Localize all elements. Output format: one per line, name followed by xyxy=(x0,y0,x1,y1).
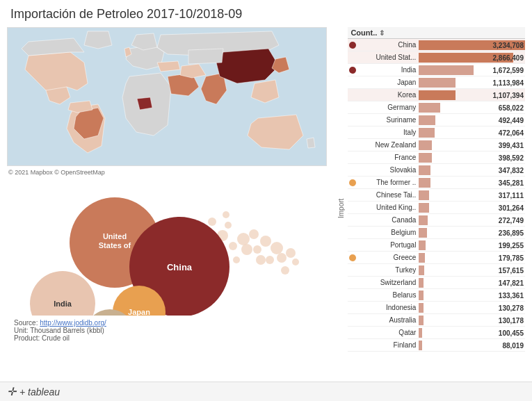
bar-track: 236,895 xyxy=(419,228,525,238)
svg-point-15 xyxy=(266,256,274,264)
bar-track: 317,111 xyxy=(419,190,525,200)
tableau-icon: ✛ xyxy=(7,385,16,398)
dot-placeholder xyxy=(349,129,356,136)
country-label: Korea xyxy=(357,91,419,99)
table-row: Suriname 492,449 xyxy=(348,114,525,126)
country-label: Finland xyxy=(357,341,419,349)
bar-value: 1,113,984 xyxy=(493,79,524,86)
bubble-usa-label2: States of xyxy=(99,241,131,249)
source-url[interactable]: http://www.jodidb.org/ xyxy=(40,319,106,327)
bar-track: 179,785 xyxy=(419,253,525,263)
dot-placeholder xyxy=(349,117,356,124)
bubble-svg: United States of China India Japan Korea xyxy=(7,180,327,316)
table-row: Indonesia 130,278 xyxy=(348,302,525,314)
country-label: New Zealand xyxy=(357,141,419,149)
header-country-label: Count.. xyxy=(350,28,377,37)
dot-placeholder xyxy=(349,92,356,99)
table-row: Portugal 199,255 xyxy=(348,239,525,252)
bar-track: 1,672,599 xyxy=(419,65,525,75)
table-row: Belarus 133,361 xyxy=(348,289,525,302)
country-label: China xyxy=(357,41,419,49)
bar-chart-wrapper: Count.. ⇕ China 3,234,708 United Stat...… xyxy=(348,27,525,389)
svg-point-10 xyxy=(253,245,261,254)
country-label: Greece xyxy=(357,254,419,261)
bar-track: 88,019 xyxy=(419,341,525,350)
bar-fill xyxy=(419,78,456,88)
bar-rows: China 3,234,708 United Stat... 2,866,409… xyxy=(348,39,525,389)
bar-fill xyxy=(419,128,434,138)
nz-shape xyxy=(307,138,315,148)
bar-fill xyxy=(419,328,422,338)
dot-placeholder xyxy=(349,292,356,299)
dot-placeholder xyxy=(349,154,356,161)
bar-track: 133,361 xyxy=(419,290,525,300)
country-label: Switzerland xyxy=(357,279,419,286)
bar-track: 345,281 xyxy=(419,178,525,188)
svg-point-14 xyxy=(271,242,283,254)
table-row: Germany 658,022 xyxy=(348,101,525,114)
svg-point-7 xyxy=(249,229,259,239)
sort-icon[interactable]: ⇕ xyxy=(379,29,385,37)
dot-placeholder xyxy=(349,192,356,199)
dot-placeholder xyxy=(349,104,356,111)
table-row: Italy 472,064 xyxy=(348,126,525,139)
svg-point-5 xyxy=(237,233,250,245)
bubble-india-label: India xyxy=(54,300,72,308)
table-row: Finland 88,019 xyxy=(348,339,525,352)
main-container: Importación de Petroleo 2017-10/2018-09 xyxy=(0,0,532,401)
dot-placeholder xyxy=(349,217,356,224)
bar-value: 130,178 xyxy=(499,316,524,324)
bar-value: 272,749 xyxy=(499,216,524,224)
dot-placeholder xyxy=(349,229,356,236)
source-product: Product: Crude oil xyxy=(14,334,70,342)
bar-value: 147,821 xyxy=(499,279,524,286)
bar-value: 199,255 xyxy=(499,241,524,249)
table-row: Chinese Tai.. 317,111 xyxy=(348,189,525,202)
table-row: Turkey 157,615 xyxy=(348,264,525,277)
country-label: Australia xyxy=(357,316,419,324)
country-label: The former .. xyxy=(357,179,419,186)
bar-fill xyxy=(419,140,432,150)
table-row: China 3,234,708 xyxy=(348,39,525,51)
bar-track: 301,264 xyxy=(419,203,525,213)
country-label: Slovakia xyxy=(357,166,419,174)
dot-indicator xyxy=(349,179,356,186)
dot-placeholder xyxy=(349,317,356,324)
map-container xyxy=(7,27,327,166)
svg-point-4 xyxy=(225,222,232,229)
svg-point-36 xyxy=(281,266,289,275)
country-label: Suriname xyxy=(357,116,419,124)
bar-fill xyxy=(419,228,426,238)
bar-fill xyxy=(419,65,474,75)
country-label: Chinese Tai.. xyxy=(357,191,419,199)
country-label: Belgium xyxy=(357,229,419,236)
source-info: Source: http://www.jodidb.org/ Unit: Tho… xyxy=(14,319,327,342)
bar-fill xyxy=(419,90,455,100)
greenland-shape xyxy=(84,31,112,49)
table-row: Australia 130,178 xyxy=(348,314,525,327)
bubble-usa-label: United xyxy=(103,232,127,240)
bar-track: 130,278 xyxy=(419,303,525,313)
country-label: Portugal xyxy=(357,241,419,249)
table-row: India 1,672,599 xyxy=(348,64,525,76)
bar-value: 100,455 xyxy=(499,329,524,336)
dot-placeholder xyxy=(349,342,356,349)
bar-chart-header: Count.. ⇕ xyxy=(348,27,525,39)
country-label: Indonesia xyxy=(357,304,419,311)
bar-track: 399,431 xyxy=(419,140,525,150)
bar-value: 492,449 xyxy=(499,116,524,124)
bar-track: 1,107,394 xyxy=(419,90,525,100)
svg-point-9 xyxy=(233,256,240,263)
bar-value: 157,615 xyxy=(499,266,524,274)
bar-value: 347,832 xyxy=(499,166,524,174)
bar-fill xyxy=(419,115,435,125)
dot-placeholder xyxy=(349,142,356,149)
dot-placeholder xyxy=(349,167,356,174)
bar-value: 345,281 xyxy=(499,179,524,186)
bar-value: 472,064 xyxy=(499,129,524,136)
dot-placeholder xyxy=(349,267,356,274)
dot-placeholder xyxy=(349,242,356,249)
dot-indicator xyxy=(349,67,356,74)
bar-fill xyxy=(419,316,423,325)
country-label: Qatar xyxy=(357,329,419,336)
